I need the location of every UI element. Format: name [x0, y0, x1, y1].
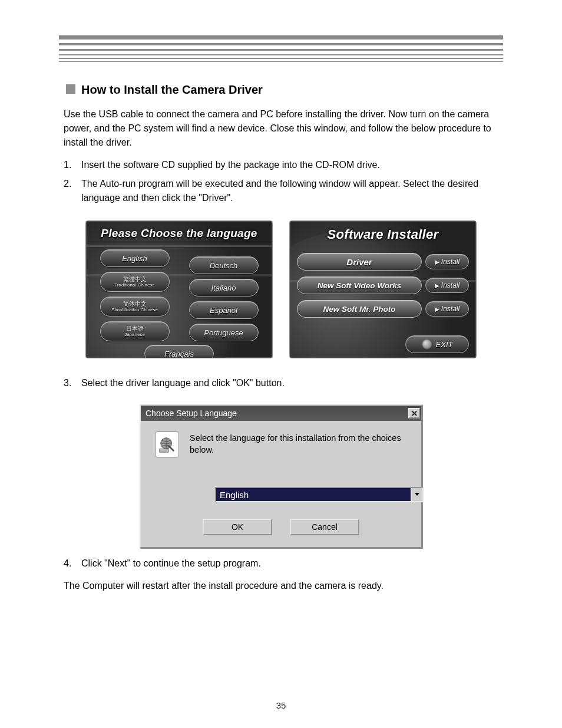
dialog-title: Choose Setup Language — [146, 409, 237, 418]
dialog-message: Select the language for this installatio… — [190, 431, 411, 456]
lang-traditional-chinese-button[interactable]: 繁體中文 Traditional Chinese — [100, 272, 170, 292]
globe-installer-icon — [155, 431, 179, 457]
lang-japanese-button[interactable]: 日本語 Japanese — [100, 321, 170, 341]
installer-item-driver: Driver — [297, 253, 422, 271]
step-text: Select the driver language and click "OK… — [81, 376, 285, 390]
close-button[interactable]: ✕ — [408, 408, 420, 419]
lang-espanol-button[interactable]: Español — [189, 301, 259, 319]
language-select[interactable]: English — [215, 487, 424, 502]
section-title: How to Install the Camera Driver — [81, 83, 263, 97]
exit-orb-icon — [422, 339, 432, 350]
install-driver-button[interactable]: ▶Install — [425, 254, 469, 269]
step-number: 2. — [64, 177, 77, 205]
language-header: Please Choose the language — [86, 221, 272, 245]
install-videoworks-button[interactable]: ▶Install — [425, 278, 469, 293]
step-text: Insert the software CD supplied by the p… — [81, 158, 380, 172]
install-mrphoto-button[interactable]: ▶Install — [425, 301, 469, 317]
ok-button[interactable]: OK — [203, 519, 272, 535]
installer-item-videoworks: New Soft Video Works — [297, 276, 422, 294]
dropdown-arrow-button[interactable] — [411, 488, 422, 501]
step-number: 1. — [64, 158, 77, 172]
close-icon: ✕ — [411, 410, 418, 417]
language-select-value: English — [216, 488, 411, 501]
lang-english-button[interactable]: English — [100, 249, 170, 267]
step-number: 3. — [64, 376, 77, 390]
section-bullet — [66, 84, 75, 94]
lang-portuguese-button[interactable]: Portuguese — [189, 324, 259, 341]
svg-rect-1 — [159, 449, 168, 453]
lang-simplified-chinese-button[interactable]: 简体中文 Simplification Chinese — [100, 297, 170, 317]
step-text: The Auto-run program will be executed an… — [81, 177, 498, 205]
cancel-button[interactable]: Cancel — [290, 519, 359, 535]
final-paragraph: The Computer will restart after the inst… — [64, 579, 498, 593]
step-text: Click "Next" to continue the setup progr… — [81, 556, 261, 571]
installer-header: Software Installer — [290, 221, 476, 247]
language-chooser-screenshot: Please Choose the language English 繁體中文 … — [85, 220, 273, 358]
lang-italiano-button[interactable]: Italiano — [189, 279, 259, 297]
chevron-down-icon — [414, 492, 420, 497]
installer-item-mrphoto: New Soft Mr. Photo — [297, 300, 422, 318]
header-rules — [59, 35, 503, 62]
lang-deutsch-button[interactable]: Deutsch — [189, 256, 259, 274]
software-installer-screenshot: Software Installer Driver ▶Install New S… — [289, 220, 477, 358]
page-number: 35 — [0, 700, 562, 710]
exit-button[interactable]: EXIT — [405, 335, 469, 353]
intro-paragraph: Use the USB cable to connect the camera … — [64, 107, 498, 150]
lang-francais-button[interactable]: Français — [144, 345, 214, 358]
step-number: 4. — [64, 556, 77, 571]
choose-setup-language-dialog: Choose Setup Language ✕ Select the langu… — [140, 404, 422, 548]
